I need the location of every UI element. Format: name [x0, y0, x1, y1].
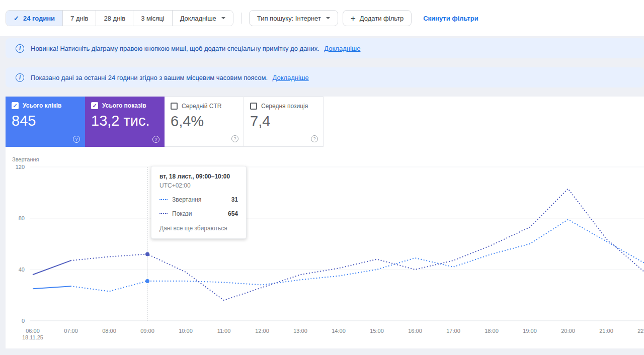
- impressions-series-marker: [159, 213, 168, 214]
- tooltip-row-label: Звертання: [172, 196, 201, 203]
- check-icon: [14, 15, 19, 22]
- svg-text:08:00: 08:00: [102, 328, 116, 334]
- chevron-down-icon: [221, 17, 225, 19]
- date-range-24h[interactable]: 24 години: [6, 11, 62, 26]
- svg-text:10:00: 10:00: [179, 328, 193, 334]
- svg-text:09:00: 09:00: [140, 328, 154, 334]
- svg-text:18:00: 18:00: [485, 328, 499, 334]
- add-filter-button[interactable]: Додати фільтр: [343, 10, 412, 26]
- info-icon: [16, 73, 24, 82]
- reset-filters-link[interactable]: Скинути фільтри: [420, 14, 481, 23]
- date-range-more-label: Докладніше: [180, 15, 216, 22]
- tooltip-title: вт, 18 лист., 09:00–10:00: [159, 173, 238, 180]
- filter-toolbar: 24 години 7 днів 28 днів 3 місяці Доклад…: [0, 0, 644, 36]
- svg-text:120: 120: [16, 164, 25, 170]
- timezone-banner-link[interactable]: Докладніше: [273, 74, 309, 81]
- metric-label: Усього кліків: [23, 102, 61, 109]
- chevron-down-icon: [326, 17, 330, 19]
- tooltip-row-label: Покази: [172, 210, 192, 217]
- date-range-7d-label: 7 днів: [70, 15, 88, 22]
- plus-icon: [351, 14, 356, 23]
- checkbox-checked-icon[interactable]: ✓: [91, 102, 98, 109]
- svg-text:13:00: 13:00: [293, 328, 307, 334]
- svg-text:16:00: 16:00: [408, 328, 422, 334]
- help-icon[interactable]: [73, 136, 80, 143]
- tooltip-timezone: UTC+02:00: [159, 182, 238, 189]
- timezone-banner: Показано дані за останні 24 години згідн…: [6, 67, 644, 87]
- metric-value: 13,2 тис.: [91, 113, 158, 129]
- metric-label: Середня позиція: [261, 103, 308, 110]
- metric-label: Середній CTR: [182, 103, 221, 110]
- svg-text:19:00: 19:00: [523, 328, 537, 334]
- search-type-label: Тип пошуку: Інтернет: [257, 15, 321, 22]
- tooltip-note: Дані все ще збираються: [159, 225, 238, 232]
- svg-text:21:00: 21:00: [599, 328, 613, 334]
- date-range-7d[interactable]: 7 днів: [62, 11, 96, 26]
- tooltip-row-value: 31: [231, 196, 238, 203]
- annotation-banner-text: Новинка! Натисніть діаграму правою кнопк…: [31, 45, 319, 52]
- checkbox-unchecked-icon[interactable]: [171, 103, 178, 110]
- metric-value: 6,4%: [171, 113, 237, 130]
- svg-text:17:00: 17:00: [446, 328, 460, 334]
- chart-tooltip: вт, 18 лист., 09:00–10:00 UTC+02:00 Звер…: [151, 166, 247, 239]
- help-icon[interactable]: [311, 135, 318, 142]
- checkbox-unchecked-icon[interactable]: [250, 103, 257, 110]
- metric-card-average-ctr[interactable]: Середній CTR 6,4%: [165, 97, 244, 147]
- tooltip-row-impressions: Покази 654: [159, 210, 238, 217]
- svg-text:14:00: 14:00: [332, 328, 346, 334]
- metric-label: Усього показів: [102, 102, 146, 109]
- svg-text:18.11.25: 18.11.25: [22, 334, 43, 340]
- annotation-banner-link[interactable]: Докладніше: [324, 45, 360, 52]
- svg-text:07:00: 07:00: [64, 328, 78, 334]
- svg-text:40: 40: [19, 267, 25, 273]
- svg-text:12:00: 12:00: [255, 328, 269, 334]
- date-range-24h-label: 24 години: [23, 15, 55, 22]
- date-range-28d-label: 28 днів: [104, 15, 125, 22]
- date-range-3m[interactable]: 3 місяці: [133, 11, 172, 26]
- help-icon[interactable]: [231, 135, 238, 142]
- date-range-group: 24 години 7 днів 28 днів 3 місяці Доклад…: [6, 10, 233, 26]
- metric-card-total-clicks[interactable]: ✓ Усього кліків 845: [6, 97, 85, 147]
- svg-text:Звертання: Звертання: [12, 156, 39, 162]
- metric-card-total-impressions[interactable]: ✓ Усього показів 13,2 тис.: [85, 97, 165, 147]
- svg-text:20:00: 20:00: [561, 328, 575, 334]
- checkbox-checked-icon[interactable]: ✓: [12, 102, 19, 109]
- timezone-banner-text: Показано дані за останні 24 години згідн…: [31, 74, 268, 81]
- svg-text:11:00: 11:00: [217, 328, 231, 334]
- info-icon: [16, 44, 24, 53]
- metric-card-average-position[interactable]: Середня позиція 7,4: [244, 97, 324, 147]
- svg-text:80: 80: [19, 215, 25, 221]
- annotation-banner: Новинка! Натисніть діаграму правою кнопк…: [6, 38, 644, 58]
- date-range-more[interactable]: Докладніше: [172, 11, 233, 26]
- svg-text:15:00: 15:00: [370, 328, 384, 334]
- add-filter-label: Додати фільтр: [360, 15, 404, 22]
- svg-text:06:00: 06:00: [26, 328, 40, 334]
- svg-text:0: 0: [22, 318, 25, 324]
- help-icon[interactable]: [152, 136, 159, 143]
- tooltip-row-clicks: Звертання 31: [159, 196, 238, 203]
- toolbar-divider: [241, 13, 242, 24]
- metric-value: 7,4: [250, 113, 317, 130]
- performance-panel: ✓ Усього кліків 845 ✓ Усього показів 13,…: [6, 97, 644, 348]
- date-range-3m-label: 3 місяці: [141, 15, 165, 22]
- search-type-filter[interactable]: Тип пошуку: Інтернет: [249, 10, 338, 26]
- metric-cards: ✓ Усього кліків 845 ✓ Усього показів 13,…: [6, 97, 644, 147]
- svg-text:22:00: 22:00: [637, 328, 644, 334]
- metric-value: 845: [12, 113, 79, 129]
- performance-chart[interactable]: 04080120Звертання06:0007:0008:0009:0010:…: [6, 147, 644, 343]
- line-chart[interactable]: 04080120Звертання06:0007:0008:0009:0010:…: [6, 154, 644, 343]
- tooltip-row-value: 654: [228, 210, 238, 217]
- date-range-28d[interactable]: 28 днів: [96, 11, 133, 26]
- clicks-series-marker: [159, 199, 168, 200]
